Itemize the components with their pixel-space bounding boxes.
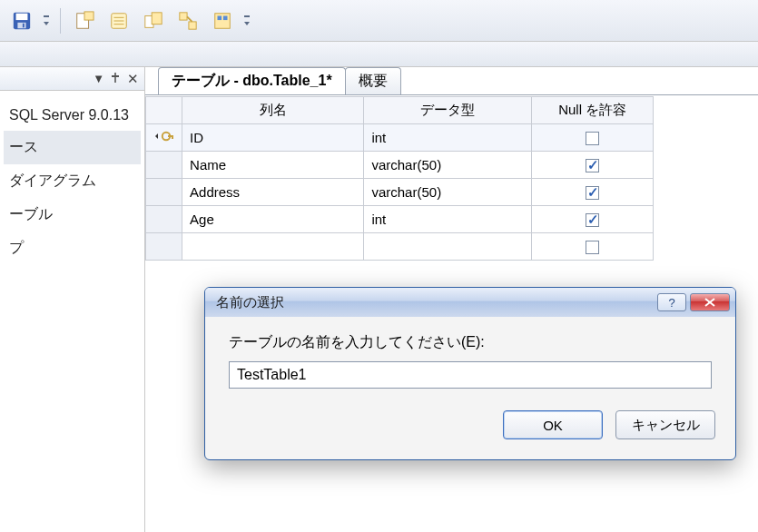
dialog-title: 名前の選択 [216,294,654,311]
primary-key-icon [154,129,174,146]
toolbar-overflow-1[interactable] [42,6,51,35]
row-header[interactable] [146,124,182,152]
tree-node[interactable]: ーブル [4,198,141,232]
document-tab[interactable]: 概要 [345,67,401,94]
document-tabs: テーブル - dbo.Table_1*概要 [145,67,758,94]
save-button[interactable] [7,6,36,35]
tables-icon [143,11,163,31]
svg-rect-2 [17,22,25,27]
tree-node[interactable]: SQL Server 9.0.13 [4,100,141,131]
tree: SQL Server 9.0.13ースダイアグラムーブルプ [0,91,144,274]
script-button[interactable] [70,6,99,35]
allow-null-checkbox[interactable] [586,241,599,254]
svg-rect-13 [180,12,187,19]
svg-rect-16 [215,13,231,28]
table-designer: 列名 データ型 Null を許容 IDintNamevarchar(50)Add… [145,96,654,261]
column-header-type[interactable]: データ型 [364,97,532,124]
toolbar-overflow-2[interactable] [242,6,251,35]
cell-allow-null[interactable] [532,124,654,152]
svg-rect-14 [189,21,196,28]
secondary-toolbar [0,42,758,67]
cell-column-name[interactable]: Name [182,152,364,179]
relations-icon [178,11,198,31]
toolbar-separator [60,8,61,34]
cell-data-type[interactable]: varchar(50) [364,152,532,179]
pin-icon[interactable] [110,71,122,86]
table-row[interactable]: Ageint [146,206,654,233]
column-header-null[interactable]: Null を許容 [532,97,654,124]
tree-node-label: プ [9,240,24,255]
table-row[interactable]: Namevarchar(50) [146,152,654,179]
svg-line-15 [187,16,192,22]
panel-menu-icon[interactable]: ▼ [93,72,104,85]
cell-allow-null[interactable] [532,179,654,206]
save-icon [12,11,32,31]
row-header-corner [146,97,182,124]
column-header-name[interactable]: 列名 [182,97,364,124]
object-explorer: ▼ ✕ SQL Server 9.0.13ースダイアグラムーブルプ [0,67,145,532]
main-toolbar [0,0,758,42]
cancel-button[interactable]: キャンセル [615,410,715,439]
relations-button[interactable] [173,6,202,35]
svg-rect-6 [84,11,94,19]
table-name-input[interactable] [229,361,712,389]
dialog-titlebar[interactable]: 名前の選択 ? [205,288,735,317]
script-icon [74,11,94,31]
tree-node-label: SQL Server 9.0.13 [9,107,129,123]
dialog-prompt: テーブルの名前を入力してください(E): [229,333,712,352]
cell-column-name[interactable]: Address [182,179,364,206]
tree-node-label: ーブル [9,206,53,222]
close-icon [704,298,716,307]
table-row[interactable]: IDint [146,124,654,152]
tree-node[interactable]: ース [4,131,141,164]
svg-rect-18 [223,15,228,20]
row-header[interactable] [146,152,182,179]
allow-null-checkbox[interactable] [586,159,599,172]
properties-icon [212,11,232,31]
svg-rect-3 [23,23,25,27]
cell-data-type[interactable]: varchar(50) [364,179,532,206]
help-button[interactable]: ? [657,293,686,311]
panel-header: ▼ ✕ [0,67,144,91]
properties-button[interactable] [208,6,237,35]
document-tab[interactable]: テーブル - dbo.Table_1* [158,67,346,94]
cell-allow-null[interactable] [532,233,654,261]
cell-data-type[interactable]: int [364,124,532,152]
tree-node-label: ダイアグラム [9,172,96,188]
ok-button[interactable]: OK [503,410,603,439]
tree-node[interactable]: ダイアグラム [4,164,141,198]
close-panel-icon[interactable]: ✕ [127,71,139,87]
choose-name-dialog: 名前の選択 ? テーブルの名前を入力してください(E): OK キャンセル [204,287,736,460]
notes-button[interactable] [104,6,133,35]
cell-column-name[interactable]: Age [182,206,364,233]
cell-data-type[interactable] [364,233,532,261]
svg-rect-12 [152,12,162,24]
svg-rect-1 [16,13,28,19]
table-row[interactable]: Addressvarchar(50) [146,179,654,206]
svg-rect-20 [112,75,119,77]
allow-null-checkbox[interactable] [586,186,599,200]
row-header[interactable] [146,233,182,261]
allow-null-checkbox[interactable] [586,132,599,145]
svg-rect-19 [244,15,250,17]
tables-button[interactable] [139,6,168,35]
cell-column-name[interactable]: ID [182,124,364,152]
close-button[interactable] [690,293,730,311]
row-header[interactable] [146,179,182,206]
table-row[interactable] [146,233,654,261]
svg-rect-4 [44,15,49,17]
svg-rect-17 [218,15,222,20]
cell-allow-null[interactable] [532,206,654,233]
svg-rect-23 [172,135,173,139]
row-header[interactable] [146,206,182,233]
tree-node-label: ース [9,139,38,154]
cell-column-name[interactable] [182,233,364,261]
allow-null-checkbox[interactable] [586,213,599,227]
chevron-down-icon [43,15,50,27]
tree-node[interactable]: プ [4,232,141,265]
cell-data-type[interactable]: int [364,206,532,233]
cell-allow-null[interactable] [532,152,654,179]
chevron-down-icon [243,15,251,27]
notes-icon [109,11,129,31]
